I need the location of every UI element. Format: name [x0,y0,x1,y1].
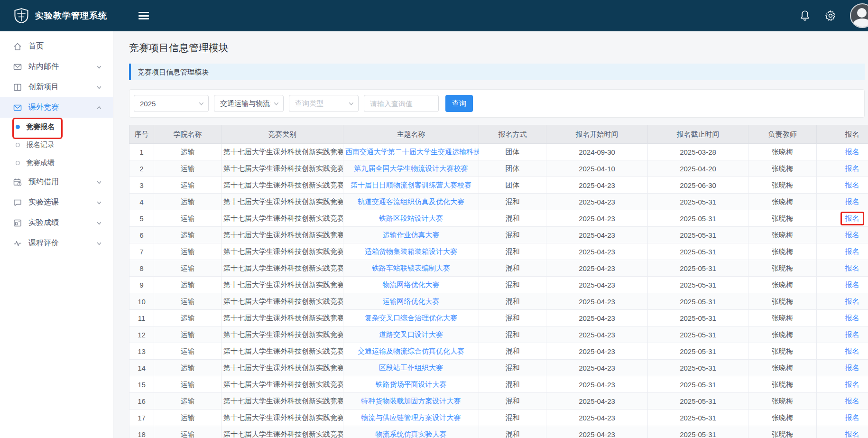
responsible-teacher-cell: 张晓梅 [748,293,817,310]
college-name-cell: 运输 [154,260,222,277]
theme-link-cell: 第十届日日顺物流创客训练营大赛校赛 [343,177,479,194]
theme-link[interactable]: 道路交叉口设计大赛 [379,330,443,338]
theme-link[interactable]: 交通运输及物流综合仿真优化大赛 [358,347,464,355]
register-link-cell: 报名 [817,227,868,243]
chevron-down-icon [96,64,102,70]
competition-category-cell: 第十七届大学生课外科技创新实践竞赛 [222,144,343,160]
theme-link[interactable]: 第九届全国大学生物流设计大赛校赛 [354,164,468,172]
college-name-cell: 运输 [154,343,222,360]
home-icon [13,42,22,51]
table-row: 6运输第十七届大学生课外科技创新实践竞赛运输作业仿真大赛混和2025-04-23… [129,227,868,243]
chevron-down-icon [96,240,102,247]
college-name-cell: 运输 [154,160,222,177]
registration-method-cell: 混和 [479,210,546,227]
settings-gear-icon[interactable] [824,9,837,22]
register-link[interactable]: 报名 [845,181,859,189]
table-row: 16运输第十七届大学生课外科技创新实践竞赛特种货物装载加固方案设计大赛混和202… [129,393,868,410]
register-link-cell: 报名 [817,277,868,293]
theme-link[interactable]: 西南交通大学第二十届大学生交通运输科技大赛 [345,148,479,156]
register-link[interactable]: 报名 [845,264,859,272]
row-number-cell: 11 [129,310,154,326]
sidebar-item-experiment-results[interactable]: 实验成绩 [0,213,113,233]
theme-link[interactable]: 区段站工作组织大赛 [379,363,443,372]
register-link[interactable]: 报名 [845,231,859,239]
search-button[interactable]: 查询 [445,95,473,112]
competition-category-cell: 第十七届大学生课外科技创新实践竞赛 [222,227,343,243]
registration-start-date-cell: 2025-04-23 [546,260,648,277]
theme-link[interactable]: 轨道交通客流组织仿真及优化大赛 [358,197,464,205]
sidebar-item-competition-registration[interactable]: 竞赛报名 [0,118,113,136]
theme-link[interactable]: 铁路车站联锁表编制大赛 [372,264,450,272]
table-row: 15运输第十七届大学生课外科技创新实践竞赛铁路货场平面设计大赛混和2025-04… [129,376,868,393]
row-number-cell: 14 [129,360,154,376]
register-link[interactable]: 报名 [845,214,859,222]
hamburger-menu-icon[interactable] [139,12,149,19]
college-name-cell: 运输 [154,293,222,310]
register-link[interactable]: 报名 [845,413,859,421]
registration-end-date-cell: 2025-05-31 [648,243,748,260]
sidebar-item-innovation-projects[interactable]: 创新项目 [0,77,113,97]
chat-icon [13,198,22,207]
theme-link[interactable]: 复杂交叉口综合治理优化大赛 [365,314,457,322]
responsible-teacher-cell: 张晓梅 [748,277,817,293]
register-link[interactable]: 报名 [845,363,859,372]
register-link[interactable]: 报名 [845,148,859,156]
theme-link[interactable]: 运输网络优化大赛 [383,297,440,305]
register-link[interactable]: 报名 [845,397,859,405]
sidebar-item-experiment-course-selection[interactable]: 实验选课 [0,192,113,213]
theme-link[interactable]: 第十届日日顺物流创客训练营大赛校赛 [351,181,471,189]
sidebar-item-registration-records[interactable]: 报名记录 [0,136,113,154]
college-name-cell: 运输 [154,410,222,426]
theme-link[interactable]: 铁路货场平面设计大赛 [376,380,447,388]
registration-method-cell: 混和 [479,343,546,360]
notifications-bell-icon[interactable] [799,9,811,22]
user-avatar[interactable] [850,3,868,28]
register-link[interactable]: 报名 [845,247,859,255]
column-header: 学院名称 [154,125,222,144]
theme-link[interactable]: 物流系统仿真实验大赛 [376,430,447,438]
register-link[interactable]: 报名 [845,197,859,205]
college-name-cell: 运输 [154,144,222,160]
registration-start-date-cell: 2025-04-23 [546,393,648,410]
image-icon [13,218,22,228]
table-row: 4运输第十七届大学生课外科技创新实践竞赛轨道交通客流组织仿真及优化大赛混和202… [129,194,868,210]
register-link[interactable]: 报名 [845,347,859,355]
register-link[interactable]: 报名 [845,164,859,172]
module-banner: 竞赛项目信息管理模块 [129,64,865,80]
registration-start-date-cell: 2025-04-23 [546,376,648,393]
register-link[interactable]: 报名 [845,380,859,388]
year-select[interactable]: 2025 [134,95,209,112]
query-value-input[interactable] [364,95,439,112]
bullet-icon [16,125,20,129]
theme-link[interactable]: 运输作业仿真大赛 [383,231,440,239]
sidebar-item-extracurricular-competition[interactable]: 课外竞赛 [0,97,113,118]
table-row: 7运输第十七届大学生课外科技创新实践竞赛适箱货物集装箱装箱设计大赛混和2025-… [129,243,868,260]
register-link[interactable]: 报名 [845,297,859,305]
theme-link[interactable]: 物流网络优化大赛 [383,280,440,289]
sidebar-item-course-evaluation[interactable]: 课程评价 [0,233,113,253]
responsible-teacher-cell: 张晓梅 [748,260,817,277]
registration-end-date-cell: 2025-05-31 [648,277,748,293]
register-link[interactable]: 报名 [845,314,859,322]
sidebar-item-home[interactable]: 首页 [0,36,113,56]
register-link-cell: 报名 [817,410,868,426]
sidebar-item-competition-results[interactable]: 竞赛成绩 [0,154,113,172]
theme-link[interactable]: 特种货物装载加固方案设计大赛 [361,397,461,405]
theme-link[interactable]: 铁路区段站设计大赛 [379,214,443,222]
column-header: 主题名称 [343,125,479,144]
college-select[interactable]: 交通运输与物流学院 [214,95,284,112]
registration-method-cell: 混和 [479,227,546,243]
theme-link[interactable]: 物流与供应链管理方案设计大赛 [361,413,461,421]
theme-link[interactable]: 适箱货物集装箱装箱设计大赛 [365,247,457,255]
sidebar-item-reservation-borrowing[interactable]: 预约借用 [0,172,113,192]
register-link[interactable]: 报名 [845,330,859,338]
register-link[interactable]: 报名 [845,430,859,438]
register-link[interactable]: 报名 [845,280,859,289]
registration-end-date-cell: 2025-05-31 [648,260,748,277]
query-type-select[interactable]: 查询类型 [289,95,359,112]
column-header: 报名方式 [479,125,546,144]
sidebar-item-site-mail[interactable]: 站内邮件 [0,56,113,77]
responsible-teacher-cell: 张晓梅 [748,310,817,326]
table-row: 3运输第十七届大学生课外科技创新实践竞赛第十届日日顺物流创客训练营大赛校赛团体2… [129,177,868,194]
register-link-cell: 报名 [817,426,868,438]
